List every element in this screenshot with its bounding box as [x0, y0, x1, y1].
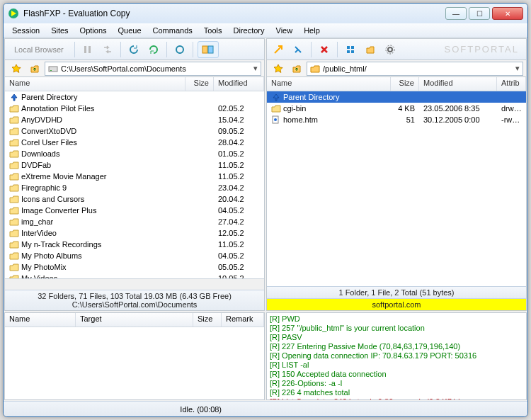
- parent-dir-row[interactable]: Parent Directory: [267, 91, 526, 103]
- col-size-r[interactable]: Size: [391, 77, 419, 91]
- log-line: [R] PASV: [270, 333, 523, 342]
- list-item[interactable]: Downloads01.05.2: [5, 148, 264, 159]
- local-status-line1: 32 Folders, 71 Files, 103 Total 19.03 MB…: [9, 292, 260, 300]
- refresh-left-icon[interactable]: [125, 41, 142, 58]
- abort-icon[interactable]: [316, 41, 333, 58]
- svg-rect-9: [351, 46, 354, 49]
- sync-icon[interactable]: [171, 41, 188, 58]
- menu-session[interactable]: Session: [6, 25, 45, 36]
- local-hscroll[interactable]: [5, 278, 264, 290]
- list-item[interactable]: InterVideo12.05.2: [5, 227, 264, 239]
- svg-point-15: [274, 118, 277, 121]
- up-remote-icon[interactable]: [288, 60, 305, 77]
- settings-icon[interactable]: [382, 41, 399, 58]
- log-line: [R] List Complete: 242 bytes in 0.80 sec…: [270, 397, 523, 399]
- list-item[interactable]: Firegraphic 923.04.2: [5, 182, 264, 193]
- log-line: [R] 227 Entering Passive Mode (70,84,63,…: [270, 342, 523, 351]
- svg-rect-2: [88, 46, 91, 53]
- qcol-remark[interactable]: Remark: [222, 313, 264, 327]
- col-name-r[interactable]: Name: [267, 77, 391, 91]
- remote-toolbar: SOFTPORTAL: [267, 39, 526, 60]
- queue-header: Name Target Size Remark: [5, 313, 264, 327]
- footer-statusbar: Idle. (00:08): [4, 401, 527, 416]
- queue-body[interactable]: [5, 327, 264, 399]
- remote-path-combo[interactable]: /public_html/ ▾: [307, 62, 523, 76]
- compare-icon[interactable]: [198, 41, 219, 58]
- local-path-combo[interactable]: C:\Users\SoftPortal.com\Documents ▾: [45, 62, 261, 76]
- disconnect-icon[interactable]: [290, 41, 307, 58]
- list-item[interactable]: Icons and Cursors20.04.2: [5, 193, 264, 205]
- pause-icon[interactable]: [79, 41, 96, 58]
- local-browser-button[interactable]: Local Browser: [8, 41, 70, 58]
- list-item[interactable]: My n-Track Recordings11.05.2: [5, 239, 264, 250]
- list-item[interactable]: Corel User Files28.04.2: [5, 137, 264, 148]
- list-item[interactable]: AnyDVDHD15.04.2: [5, 114, 264, 125]
- menu-commands[interactable]: Commands: [147, 25, 198, 36]
- newfolder-icon[interactable]: [362, 41, 379, 58]
- parent-dir-row[interactable]: Parent Directory: [5, 91, 264, 103]
- log-pane: [R] PWD[R] 257 "/public_html" is your cu…: [266, 312, 527, 400]
- remote-path-text: /public_html/: [323, 64, 367, 73]
- menu-view[interactable]: View: [270, 25, 299, 36]
- main-window: FlashFXP - Evaluation Copy — ☐ ✕ Session…: [3, 3, 528, 417]
- svg-point-13: [386, 45, 394, 54]
- list-item[interactable]: img_char27.04.2: [5, 216, 264, 227]
- log-line: [R] PWD: [270, 314, 523, 324]
- svg-rect-8: [347, 46, 350, 49]
- local-pathbar: C:\Users\SoftPortal.com\Documents ▾: [5, 60, 264, 77]
- col-size[interactable]: Size: [185, 77, 214, 91]
- col-modified-r[interactable]: Modified: [419, 77, 497, 91]
- list-item[interactable]: ConvertXtoDVD09.05.2: [5, 125, 264, 137]
- connect-icon[interactable]: [270, 41, 287, 58]
- col-modified[interactable]: Modified: [214, 77, 264, 91]
- menu-tools[interactable]: Tools: [198, 25, 228, 36]
- refresh-right-icon[interactable]: [145, 41, 162, 58]
- transfer-icon[interactable]: [99, 41, 116, 58]
- local-status: 32 Folders, 71 Files, 103 Total 19.03 MB…: [5, 290, 264, 310]
- list-item[interactable]: Annotation Pilot Files02.05.2: [5, 103, 264, 114]
- remote-file-list[interactable]: Parent Directorycgi-bin4 KB23.05.2006 8:…: [267, 91, 526, 286]
- favorite-icon[interactable]: [8, 60, 25, 77]
- local-toolbar: Local Browser: [5, 39, 264, 60]
- menu-help[interactable]: Help: [298, 25, 326, 36]
- local-file-list[interactable]: Parent DirectoryAnnotation Pilot Files02…: [5, 91, 264, 278]
- list-item[interactable]: My Videos10.05.2: [5, 273, 264, 278]
- remote-status2: softportal.com: [267, 298, 526, 310]
- local-list-header: Name Size Modified: [5, 77, 264, 91]
- qcol-name[interactable]: Name: [5, 313, 76, 327]
- svg-rect-6: [49, 67, 57, 72]
- menu-directory[interactable]: Directory: [228, 25, 270, 36]
- menubar: Session Sites Options Queue Commands Too…: [4, 23, 527, 38]
- local-path-text: C:\Users\SoftPortal.com\Documents: [61, 64, 186, 73]
- chevron-down-icon[interactable]: ▾: [253, 64, 258, 73]
- svg-rect-5: [208, 46, 213, 53]
- list-item[interactable]: My PhotoMix05.05.2: [5, 261, 264, 273]
- close-button[interactable]: ✕: [492, 7, 523, 20]
- list-item[interactable]: eXtreme Movie Manager11.05.2: [5, 171, 264, 182]
- queue-pane: Name Target Size Remark: [4, 312, 265, 400]
- maximize-button[interactable]: ☐: [469, 7, 490, 20]
- remote-list-header: Name Size Modified Attrib: [267, 77, 526, 91]
- titlebar[interactable]: FlashFXP - Evaluation Copy — ☐ ✕: [4, 4, 527, 23]
- log-body[interactable]: [R] PWD[R] 257 "/public_html" is your cu…: [267, 313, 526, 399]
- list-item[interactable]: home.htm5130.12.2005 0:00-rw-r--r--: [267, 114, 526, 125]
- svg-point-12: [388, 47, 392, 52]
- list-item[interactable]: cgi-bin4 KB23.05.2006 8:35drwxr-xr-x: [267, 103, 526, 114]
- svg-rect-10: [347, 50, 350, 53]
- minimize-button[interactable]: —: [445, 7, 467, 20]
- qcol-size[interactable]: Size: [193, 313, 222, 327]
- menu-queue[interactable]: Queue: [113, 25, 147, 36]
- qcol-target[interactable]: Target: [76, 313, 193, 327]
- view-list-icon[interactable]: [342, 41, 359, 58]
- favorite-remote-icon[interactable]: [270, 60, 287, 77]
- col-name[interactable]: Name: [5, 77, 185, 91]
- list-item[interactable]: DVDFab11.05.2: [5, 159, 264, 171]
- up-folder-icon[interactable]: [26, 60, 43, 77]
- chevron-down-remote-icon[interactable]: ▾: [515, 64, 520, 73]
- local-status-line2: C:\Users\SoftPortal.com\Documents: [9, 300, 260, 309]
- list-item[interactable]: My Photo Albums04.05.2: [5, 250, 264, 261]
- list-item[interactable]: Image Converter Plus04.05.2: [5, 205, 264, 216]
- menu-options[interactable]: Options: [74, 25, 113, 36]
- col-attrib-r[interactable]: Attrib: [497, 77, 526, 91]
- menu-sites[interactable]: Sites: [45, 25, 74, 36]
